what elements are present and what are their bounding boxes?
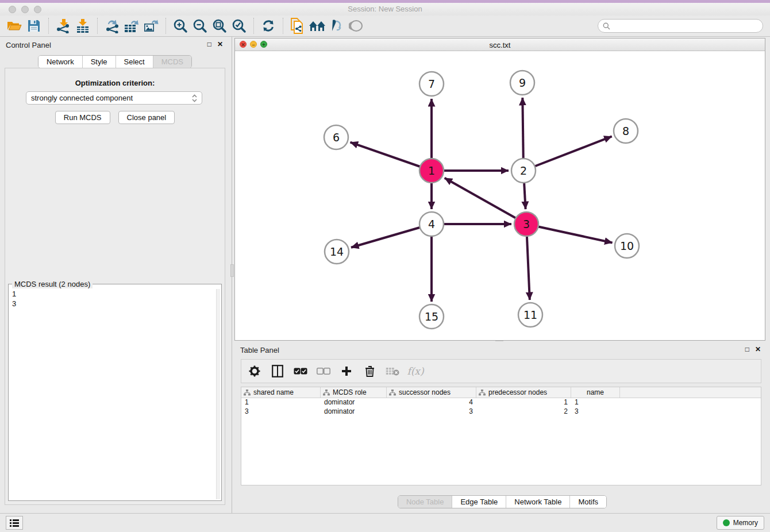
tab-network-table[interactable]: Network Table — [506, 496, 569, 508]
tab-edge-table[interactable]: Edge Table — [452, 496, 506, 508]
graph-node-7[interactable]: 7 — [419, 72, 444, 96]
search-field[interactable] — [598, 19, 763, 33]
edge-3-1[interactable] — [445, 178, 526, 224]
table-row[interactable]: 3dominator323 — [241, 407, 761, 417]
close-panel-button[interactable]: Close panel — [118, 111, 175, 124]
birds-eye-view-button[interactable] — [346, 17, 366, 35]
graph-node-15[interactable]: 15 — [419, 304, 444, 329]
column-label: name — [587, 388, 604, 396]
float-window-icon[interactable]: □ — [207, 40, 211, 48]
table-settings-button[interactable] — [247, 364, 262, 379]
tab-motifs[interactable]: Motifs — [569, 496, 606, 508]
eye-icon — [349, 20, 364, 32]
table-toolbar: f(x) — [241, 359, 761, 383]
float-window-icon[interactable]: □ — [745, 345, 749, 353]
svg-text:6: 6 — [333, 131, 340, 144]
open-session-button[interactable] — [5, 17, 24, 35]
graph-node-11[interactable]: 11 — [518, 303, 542, 327]
column-header-shared-name[interactable]: shared name — [241, 387, 321, 398]
graph-node-4[interactable]: 4 — [419, 212, 444, 236]
table-cell[interactable]: 1 — [476, 398, 571, 407]
table-cell[interactable]: dominator — [321, 407, 387, 417]
export-network-button[interactable] — [102, 17, 122, 35]
zoom-selected-button[interactable] — [229, 17, 249, 35]
graph-node-6[interactable]: 6 — [324, 125, 348, 149]
network-window-titlebar[interactable]: ✕ – + scc.txt — [235, 38, 765, 51]
zoom-selected-icon — [232, 18, 247, 33]
clone-network-icon — [290, 18, 305, 34]
graph-node-1[interactable]: 1 — [419, 159, 444, 183]
network-graph[interactable]: 7968124314101511 — [235, 51, 765, 340]
svg-text:9: 9 — [519, 76, 526, 89]
column-header-predecessor-nodes[interactable]: predecessor nodes — [476, 387, 571, 398]
column-header-name[interactable]: name — [571, 387, 620, 398]
export-table-button[interactable] — [122, 17, 141, 35]
task-history-button[interactable] — [6, 516, 23, 530]
tab-select[interactable]: Select — [116, 56, 153, 68]
close-icon[interactable]: ✕ — [217, 40, 223, 48]
node-table: shared nameMCDS rolesuccessor nodesprede… — [241, 387, 761, 485]
app-titlebar: Session: New Session — [0, 3, 770, 16]
tab-mcds[interactable]: MCDS — [153, 56, 191, 68]
table-cell[interactable]: 3 — [241, 407, 321, 417]
table-cell[interactable]: 1 — [571, 398, 620, 407]
function-builder-button[interactable]: f(x) — [408, 364, 423, 379]
table-cell[interactable]: 1 — [241, 398, 321, 407]
svg-text:3: 3 — [523, 218, 530, 230]
tab-node-table[interactable]: Node Table — [398, 496, 452, 508]
edge-3-10[interactable] — [526, 224, 613, 242]
graph-node-9[interactable]: 9 — [510, 71, 534, 95]
edge-2-8[interactable] — [523, 136, 612, 171]
svg-text:1: 1 — [428, 164, 435, 177]
graphics-details-button[interactable] — [327, 17, 346, 35]
delete-column-button[interactable] — [362, 364, 377, 379]
vertical-splitter[interactable] — [230, 37, 234, 513]
export-image-button[interactable] — [141, 17, 161, 35]
open-folder-icon — [7, 20, 22, 32]
tab-network[interactable]: Network — [38, 56, 82, 68]
zoom-out-button[interactable] — [190, 17, 210, 35]
column-header-successor-nodes[interactable]: successor nodes — [387, 387, 476, 398]
svg-text:15: 15 — [425, 310, 438, 323]
import-network-icon — [56, 18, 71, 33]
export-network-icon — [105, 18, 120, 33]
splitter-grip[interactable] — [230, 264, 234, 277]
update-network-button[interactable] — [259, 17, 278, 35]
save-session-button[interactable] — [24, 17, 44, 35]
first-neighbors-button[interactable] — [307, 17, 327, 35]
search-input[interactable] — [613, 22, 763, 30]
deselect-all-button[interactable] — [316, 364, 331, 379]
neighbors-houses-icon — [309, 20, 326, 32]
mcds-result-text[interactable]: 1 3 — [10, 289, 215, 499]
column-header-MCDS-role[interactable]: MCDS role — [321, 387, 387, 398]
graph-node-2[interactable]: 2 — [511, 159, 536, 183]
export-image-icon — [144, 18, 159, 33]
select-all-button[interactable] — [293, 364, 308, 379]
graph-node-3[interactable]: 3 — [514, 212, 538, 236]
memory-button[interactable]: Memory — [717, 516, 764, 530]
table-cell[interactable]: 4 — [387, 398, 476, 407]
table-cell[interactable]: 3 — [571, 407, 620, 417]
tab-style[interactable]: Style — [82, 56, 116, 68]
clone-network-button[interactable] — [288, 17, 307, 35]
table-cell[interactable]: 2 — [476, 407, 571, 417]
table-row[interactable]: 1dominator411 — [241, 398, 761, 407]
zoom-in-button[interactable] — [171, 17, 190, 35]
table-cell[interactable]: 3 — [387, 407, 476, 417]
delete-table-button[interactable] — [385, 364, 400, 379]
close-icon[interactable]: ✕ — [755, 345, 761, 353]
import-network-button[interactable] — [53, 17, 73, 35]
toolbar-separator — [253, 18, 254, 34]
graph-node-14[interactable]: 14 — [325, 240, 349, 264]
table-cell[interactable]: dominator — [321, 398, 387, 407]
result-scrollbar[interactable] — [216, 289, 220, 499]
import-table-button[interactable] — [73, 17, 93, 35]
graph-node-8[interactable]: 8 — [614, 119, 638, 143]
run-mcds-button[interactable]: Run MCDS — [55, 111, 110, 124]
criterion-select[interactable]: strongly connected component — [26, 91, 202, 105]
zoom-fit-button[interactable] — [210, 17, 229, 35]
create-column-button[interactable] — [339, 364, 354, 379]
graph-node-10[interactable]: 10 — [615, 234, 639, 258]
show-column-panel-button[interactable] — [270, 364, 285, 379]
edge-1-6[interactable] — [351, 142, 432, 171]
